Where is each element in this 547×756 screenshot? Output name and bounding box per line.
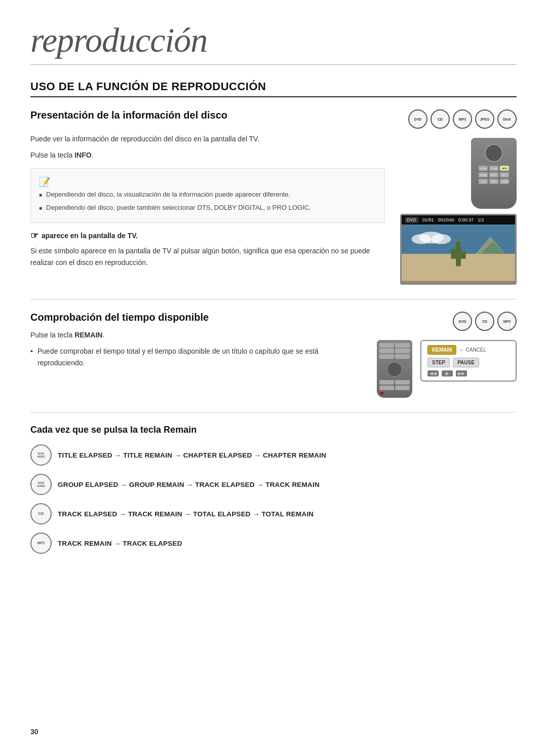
svg-point-4 — [431, 234, 451, 244]
svg-rect-5 — [456, 242, 461, 267]
nav-row: ◀◀ ▶ ▶▶ — [427, 370, 510, 376]
seq-text-3: TRACK ELAPSED → TRACK REMAIN → TOTAL ELA… — [58, 510, 314, 518]
remote-zoom-btn: ZOOM — [489, 166, 498, 171]
remain-button: REMAIN — [427, 345, 456, 355]
seq-text-1: TITLE ELAPSED → TITLE REMAIN → CHAPTER E… — [58, 451, 326, 459]
seq-icon-mp3: MP3 — [30, 533, 52, 554]
step-button: STEP — [427, 358, 450, 367]
rs-indicator — [380, 392, 383, 395]
divider-2 — [30, 412, 517, 412]
key-sep-1: ○ — [459, 347, 462, 353]
tv-tag-track: 01/81 — [422, 217, 434, 222]
disc-icon-jpeg: JPEG — [475, 109, 494, 129]
seq-icon-dvd-audio: DVD AUDIO — [30, 474, 52, 495]
prev-btn: ◀◀ — [427, 370, 439, 376]
hand-heading-text: aparece en la pantalla de TV. — [42, 232, 138, 240]
section-heading: USO DE LA FUNCIÓN DE REPRODUCCIÓN — [30, 80, 517, 97]
note-box: 📝 Dependiendo del disco, la visualizació… — [30, 168, 385, 223]
rs-btn1 — [379, 343, 394, 348]
info-key-label: INFO — [74, 151, 91, 159]
remote-slow-btn: SLOW — [479, 166, 488, 171]
step-pause-row: STEP PAUSE — [427, 358, 510, 367]
remote-top-buttons: SLOW ZOOM INFO — [479, 166, 509, 171]
disc-icon-mp3-2: MP3 — [497, 312, 517, 331]
tv-tag-extra: 1/1 — [478, 217, 484, 222]
seq-text-4: TRACK REMAIN → TRACK ELAPSED — [58, 540, 182, 547]
playback-section: Cada vez que se pulsa la tecla Remain DV… — [30, 425, 517, 554]
sequence-row-4: MP3 TRACK REMAIN → TRACK ELAPSED — [30, 533, 517, 554]
remote-info-btn: INFO — [500, 166, 509, 171]
page-number: 30 — [30, 728, 38, 736]
subsection1-body1: Puede ver la información de reproducción… — [30, 133, 385, 144]
rs-btn2 — [395, 343, 410, 348]
disc-icon-dvd: DVD — [408, 109, 427, 129]
disc-icon-dvd-2: DVD — [453, 312, 472, 331]
remote-revw-btn: REVW — [479, 172, 488, 177]
remote-bottom-row: LOG DIM RNDM — [479, 179, 509, 184]
tv-tag-chapter: 001/040 — [438, 217, 455, 222]
play-btn: ▶ — [442, 370, 453, 376]
subsection2-instruction: Pulse la tecla REMAIN. — [30, 329, 362, 341]
rs-btn7 — [379, 380, 394, 385]
svg-rect-7 — [461, 251, 466, 259]
subsection1-heading: Presentación de la información del disco — [30, 109, 227, 121]
pause-button: PAUSE — [453, 358, 479, 367]
hand-icon: ☞ — [30, 230, 38, 241]
rs-btn3 — [379, 349, 394, 353]
tv-info-bar: DVD 01/81 001/040 0:00:37 1/1 — [402, 215, 515, 224]
subsection2-bullets: Puede comprobar el tiempo total y el tie… — [30, 346, 362, 368]
next-btn: ▶▶ — [456, 370, 467, 376]
tv-scene-svg — [402, 224, 515, 283]
remain-bottom-grid — [379, 380, 410, 390]
subsection1-instruction: Pulse la tecla INFO. — [30, 149, 385, 161]
remote-log-btn: LOG — [479, 179, 488, 184]
rs-circle-pad — [387, 362, 402, 377]
remain-key-label: REMAIN — [74, 331, 102, 339]
bullet-item-1: Puede comprobar el tiempo total y el tie… — [37, 346, 362, 368]
tv-screen-image: DVD 01/81 001/040 0:00:37 1/1 — [400, 214, 517, 285]
rs-btn5 — [379, 354, 394, 359]
disc-icons-row-2: DVD CD MP3 — [453, 312, 517, 331]
rs-btn8 — [395, 380, 410, 385]
sequence-row-1: DVD VIDEO TITLE ELAPSED → TITLE REMAIN →… — [30, 444, 517, 466]
subsection1-body2: Si este símbolo aparece en la pantalla d… — [30, 245, 385, 268]
disc-icons-row-1: DVD CD MP3 JPEG DivX — [408, 109, 517, 129]
hand-icon-section: ☞ aparece en la pantalla de TV. — [30, 230, 385, 241]
remote-pad — [485, 144, 503, 162]
tv-tag-dvd: DVD — [405, 217, 418, 223]
keys-box: REMAIN ○ CANCEL STEP PAUSE ◀◀ ▶ ▶▶ — [420, 340, 517, 382]
remain-key-row: REMAIN ○ CANCEL — [427, 345, 510, 355]
note-item-2: Dependiendo del disco, puede también sel… — [39, 203, 376, 213]
sequence-row-2: DVD AUDIO GROUP ELAPSED → GROUP REMAIN →… — [30, 474, 517, 495]
key-sep-2: CANCEL — [466, 347, 487, 353]
tv-tag-time: 0:00:37 — [458, 217, 474, 222]
seq-icon-dvd-video: DVD VIDEO — [30, 444, 52, 466]
remote-dim-btn: DIM — [489, 179, 498, 184]
rs-btn10 — [395, 386, 410, 390]
rs-btn6 — [395, 354, 410, 359]
disc-icon-cd: CD — [431, 109, 450, 129]
divider-1 — [30, 299, 517, 299]
disc-icon-divx: DivX — [497, 109, 517, 129]
remain-panel: REMAIN ○ CANCEL STEP PAUSE ◀◀ ▶ ▶▶ — [377, 340, 517, 398]
seq-text-2: GROUP ELAPSED → GROUP REMAIN → TRACK ELA… — [58, 481, 320, 488]
rs-btn9 — [379, 386, 394, 390]
subsection3-heading: Cada vez que se pulsa la tecla Remain — [30, 425, 517, 435]
remote-middle-row: REVW MNGT REPT — [479, 172, 509, 177]
tv-scene — [402, 224, 515, 283]
disc-icon-mp3: MP3 — [453, 109, 472, 129]
remote-mngt-btn: MNGT — [489, 172, 498, 177]
note-item-1: Dependiendo del disco, la visualización … — [39, 190, 376, 200]
seq-icon-cd: CD — [30, 503, 52, 524]
svg-rect-6 — [451, 249, 456, 258]
remote-rept-btn: REPT — [500, 172, 509, 177]
note-icon: 📝 — [39, 177, 50, 187]
remote-control-image: SLOW ZOOM INFO REVW MNGT REPT LOG DIM RN… — [471, 138, 517, 209]
remain-small-grid — [379, 343, 410, 359]
remote-rndm-btn: RNDM — [500, 179, 509, 184]
subsection2-heading: Comprobación del tiempo disponible — [30, 312, 362, 323]
page-title: reproducción — [30, 20, 517, 65]
rs-btn4 — [395, 349, 410, 353]
remain-remote-left — [377, 340, 412, 398]
sequence-row-3: CD TRACK ELAPSED → TRACK REMAIN → TOTAL … — [30, 503, 517, 524]
